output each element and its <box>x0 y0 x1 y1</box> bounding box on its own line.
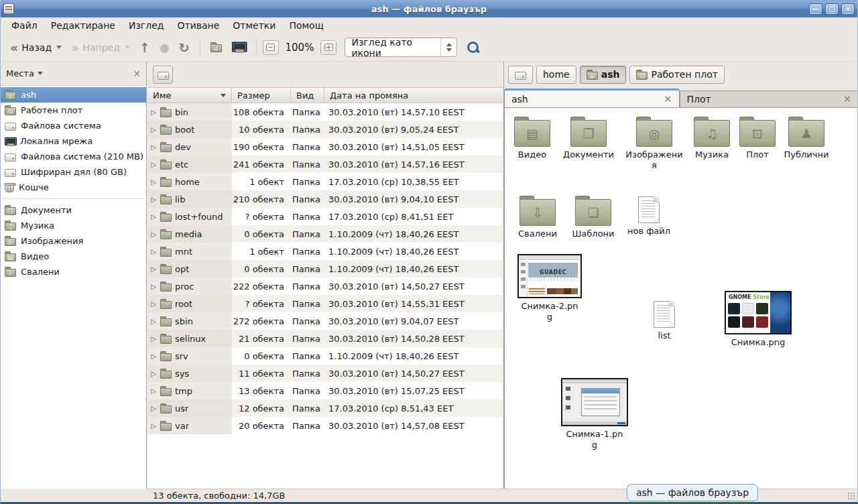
sidebar-item-filesystem-210mb[interactable]: Файлова система (210 MB) <box>1 149 146 164</box>
expander-icon[interactable]: ▷ <box>150 283 157 290</box>
tab-close-icon[interactable]: ✕ <box>664 93 672 105</box>
table-row[interactable]: ▷etc241 обектаПапка30.03.2010 (вт) 14,57… <box>147 155 503 173</box>
menu-item-go[interactable]: Отиване <box>170 19 226 32</box>
minimize-button[interactable]: — <box>809 3 822 15</box>
sidebar-item-documents[interactable]: ❐Документи <box>1 202 146 218</box>
expander-icon[interactable]: ▷ <box>150 387 157 395</box>
stop-button[interactable]: ● <box>156 38 174 57</box>
table-row[interactable]: ▷lib210 обектаПапка30.03.2010 (вт) 9,04,… <box>147 190 503 208</box>
column-header-size[interactable]: Размер <box>232 88 291 103</box>
close-button[interactable]: ✕ <box>841 3 855 15</box>
sidebar-title[interactable]: Места <box>6 68 34 78</box>
table-row[interactable]: ▷opt0 обектаПапка1.10.2009 (чт) 18,40,26… <box>147 260 503 277</box>
table-row[interactable]: ▷dev190 обектаПапка30.03.2010 (вт) 14,51… <box>147 138 503 155</box>
table-row[interactable]: ▷media0 обектаПапка1.10.2009 (чт) 18,40,… <box>147 225 503 243</box>
sidebar-item-encrypted-80gb[interactable]: Шифриран дял (80 GB) <box>1 164 146 180</box>
icon-canvas[interactable]: ▤Видео❐Документи◎Изображения♫Музика⊡Плот… <box>504 107 858 489</box>
canvas-item[interactable]: ♟Публични <box>776 116 837 160</box>
expander-icon[interactable]: ▷ <box>150 143 157 151</box>
table-row[interactable]: ▷sys11 обектаПапка30.03.2010 (вт) 14,50,… <box>147 365 503 382</box>
expander-icon[interactable]: ▷ <box>150 265 157 273</box>
expander-icon[interactable]: ▷ <box>150 109 157 116</box>
menu-item-edit[interactable]: Редактиране <box>44 19 122 32</box>
forward-button[interactable]: » Напред <box>67 40 134 56</box>
canvas-item[interactable]: GNOME StoreСнимка.png <box>723 291 794 348</box>
expander-icon[interactable]: ▷ <box>150 231 157 238</box>
back-history-arrow-icon[interactable] <box>56 46 62 49</box>
expander-icon[interactable]: ▷ <box>150 161 157 168</box>
expander-icon[interactable]: ▷ <box>150 405 157 412</box>
table-row[interactable]: ▷lost+found? обектаПапка17.03.2010 (ср) … <box>147 208 503 225</box>
column-header-name[interactable]: Име <box>147 88 232 103</box>
sidebar-item-filesystem[interactable]: Файлова система <box>1 118 146 133</box>
tab-close-icon[interactable]: ✕ <box>843 93 851 105</box>
zoom-in-button[interactable]: + <box>320 40 336 55</box>
table-row[interactable]: ▷tmp13 обектаПапка30.03.2010 (вт) 15,07,… <box>147 382 503 399</box>
canvas-item[interactable]: ❏Шаблони <box>562 195 624 239</box>
sidebar-item-desktop[interactable]: ⊡Работен плот <box>1 103 146 118</box>
expander-icon[interactable]: ▷ <box>150 370 157 377</box>
sidebar-item-network[interactable]: Локална мрежа <box>1 133 146 149</box>
search-button[interactable] <box>467 41 480 54</box>
table-row[interactable]: ▷mnt1 обектПапка1.10.2009 (чт) 18,40,26 … <box>147 243 503 260</box>
resize-grip[interactable] <box>847 492 856 501</box>
sidebar-item-home[interactable]: ⌂ash <box>1 87 146 103</box>
zoom-out-button[interactable]: − <box>263 40 279 55</box>
expander-icon[interactable]: ▷ <box>150 196 157 203</box>
view-mode-select[interactable]: Изглед като икони <box>345 38 457 57</box>
table-row[interactable]: ▷usr12 обектаПапка17.03.2010 (ср) 8,51,4… <box>147 399 503 417</box>
canvas-item[interactable]: ❐Документи <box>558 116 619 160</box>
breadcrumb-home-button[interactable]: home <box>536 66 576 84</box>
canvas-item[interactable]: ⇩Свалени <box>507 195 568 239</box>
table-row[interactable]: ▷var20 обектаПапка30.03.2010 (вт) 14,57,… <box>147 417 503 434</box>
menu-item-view[interactable]: Изглед <box>122 19 171 32</box>
maximize-button[interactable]: ▢ <box>825 3 839 15</box>
table-row[interactable]: ▷proc222 обектаПапка30.03.2010 (вт) 14,5… <box>147 277 503 295</box>
table-row[interactable]: ▷srv0 обектаПапка1.10.2009 (чт) 18,40,26… <box>147 347 503 365</box>
forward-history-arrow-icon[interactable] <box>125 46 130 49</box>
sidebar-item-trash[interactable]: Кошче <box>1 180 146 195</box>
expander-icon[interactable]: ▷ <box>150 248 157 255</box>
tab-plot[interactable]: Плот ✕ <box>680 90 858 107</box>
expander-icon[interactable]: ▷ <box>150 300 157 308</box>
table-row[interactable]: ▷bin108 обектаПапка30.03.2010 (вт) 14,57… <box>147 103 503 121</box>
column-header-date[interactable]: Дата на промяна <box>324 88 503 103</box>
sidebar-close-icon[interactable]: ✕ <box>133 68 141 79</box>
expander-icon[interactable]: ▷ <box>150 178 157 186</box>
up-button[interactable]: ↑ <box>135 40 154 56</box>
table-row[interactable]: ▷root? обектаПапка30.03.2010 (вт) 14,55,… <box>147 295 503 312</box>
breadcrumb-desktop-button[interactable]: ⊡ Работен плот <box>629 66 724 84</box>
canvas-item[interactable]: list <box>633 301 695 341</box>
expander-icon[interactable]: ▷ <box>150 422 157 430</box>
combo-spinner-icon[interactable] <box>440 38 456 56</box>
expander-icon[interactable]: ▷ <box>150 335 157 342</box>
expander-icon[interactable]: ▷ <box>150 318 157 325</box>
home-button[interactable]: ⌂ <box>206 40 226 55</box>
canvas-item[interactable]: GUADECСнимка-2.png <box>514 254 585 322</box>
menu-item-bookmarks[interactable]: Отметки <box>226 19 282 32</box>
expander-icon[interactable]: ▷ <box>150 126 157 133</box>
back-button[interactable]: « Назад <box>6 40 66 56</box>
menu-item-help[interactable]: Помощ <box>282 19 330 32</box>
sidebar-item-music[interactable]: ♫Музика <box>1 218 146 233</box>
table-row[interactable]: ▷home1 обектПапка17.03.2010 (ср) 10,38,5… <box>147 173 503 190</box>
computer-button[interactable] <box>227 40 250 54</box>
sidebar-selector-arrow-icon[interactable] <box>38 72 43 75</box>
breadcrumb-ash-button[interactable]: ⌂ ash <box>580 66 627 84</box>
table-row[interactable]: ▷boot10 обектаПапка30.03.2010 (вт) 9,05,… <box>147 121 503 138</box>
breadcrumb-root-button[interactable] <box>508 66 533 84</box>
sidebar-item-downloads[interactable]: ⇩Свалени <box>1 264 146 279</box>
root-location-button[interactable] <box>153 66 173 84</box>
canvas-item[interactable]: ◎Изображения <box>623 116 685 170</box>
menu-item-file[interactable]: Файл <box>5 19 44 32</box>
table-row[interactable]: ▷selinux21 обектаПапка30.03.2010 (вт) 14… <box>147 330 503 347</box>
canvas-item[interactable]: ▤Видео <box>504 116 563 160</box>
expander-icon[interactable]: ▷ <box>150 213 157 220</box>
sidebar-item-pictures[interactable]: ◎Изображения <box>1 233 146 249</box>
tab-ash[interactable]: ash ✕ <box>504 88 680 107</box>
canvas-item[interactable]: нов файл <box>618 196 680 237</box>
table-row[interactable]: ▷sbin272 обектаПапка30.03.2010 (вт) 9,04… <box>147 312 503 330</box>
sidebar-item-videos[interactable]: ▤Видео <box>1 249 146 264</box>
expander-icon[interactable]: ▷ <box>150 353 157 360</box>
column-header-type[interactable]: Вид <box>291 88 324 103</box>
